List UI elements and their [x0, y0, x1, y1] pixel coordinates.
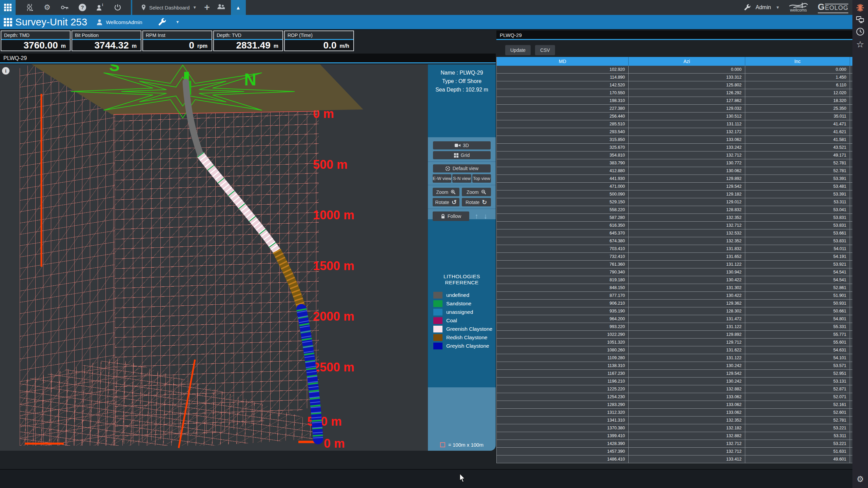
table-row[interactable]: 732.410131.65254.191: [497, 253, 852, 261]
table-row[interactable]: 935.190128.30250.661: [497, 307, 852, 315]
table-row[interactable]: 645.370132.53253.661: [497, 229, 852, 237]
table-row[interactable]: 315.850133.06241.581: [497, 136, 852, 144]
table-row[interactable]: 256.440130.51235.011: [497, 113, 852, 120]
table-row[interactable]: 170.550126.29212.020: [497, 89, 852, 97]
table-row[interactable]: 114.890133.3121.450: [497, 74, 852, 81]
table-row[interactable]: 471.000129.54253.481: [497, 183, 852, 190]
legend-item: Coal: [433, 316, 496, 325]
table-row[interactable]: 1370.380132.18253.221: [497, 424, 852, 432]
zoom-out-button[interactable]: Zoom: [462, 188, 491, 196]
dashboard-select[interactable]: Select Dashboard ▼: [141, 4, 197, 11]
table-row[interactable]: 198.310127.86218.320: [497, 97, 852, 105]
ew-view-button[interactable]: E-W view: [433, 174, 451, 183]
settings-bottom-gear-icon[interactable]: ⚙: [856, 475, 864, 483]
table-row[interactable]: 1428.390132.71253.221: [497, 440, 852, 448]
alert-starburst-icon[interactable]: [856, 3, 865, 12]
csv-button[interactable]: CSV: [535, 45, 555, 55]
move-up-button[interactable]: ↑: [475, 212, 478, 220]
table-row[interactable]: 558.220128.83253.041: [497, 206, 852, 214]
table-row[interactable]: 383.790130.77252.781: [497, 159, 852, 167]
table-row[interactable]: 529.150129.01253.311: [497, 198, 852, 206]
help-icon[interactable]: ?: [78, 3, 87, 12]
info-icon[interactable]: i: [2, 67, 9, 75]
favorites-star-icon[interactable]: ☆: [856, 39, 864, 50]
top-view-button[interactable]: Top view: [472, 174, 491, 183]
dashboard-grid-icon[interactable]: [3, 18, 13, 27]
inc-cell: 6.110: [745, 81, 850, 89]
table-row[interactable]: 848.150131.30252.861: [497, 284, 852, 292]
table-row[interactable]: 142.520125.8026.110: [497, 81, 852, 89]
admin-menu[interactable]: Admin: [755, 4, 771, 11]
table-row[interactable]: 1283.290133.06252.161: [497, 401, 852, 409]
table-row[interactable]: 964.200131.47254.801: [497, 315, 852, 323]
camera-icon: [455, 143, 460, 147]
table-row[interactable]: 587.280132.35253.831: [497, 214, 852, 222]
table-row[interactable]: 102.9200.0000.000: [497, 66, 852, 74]
expand-panel-button[interactable]: ▲: [231, 0, 246, 15]
legend-item: Greenish Claystone: [433, 325, 496, 333]
table-row[interactable]: 293.540132.17241.621: [497, 128, 852, 136]
default-view-button[interactable]: Default view: [433, 164, 491, 172]
table-row[interactable]: 616.350132.71253.831: [497, 222, 852, 229]
column-header-md[interactable]: MD: [497, 57, 629, 66]
table-row[interactable]: 1341.310132.35252.781: [497, 416, 852, 424]
legend-item: Greyish Claystone: [433, 342, 496, 350]
settings-gear-icon[interactable]: ⚙: [43, 3, 52, 12]
table-row[interactable]: 1254.230133.06252.071: [497, 393, 852, 401]
inc-cell: 53.571: [745, 362, 850, 369]
current-user[interactable]: WellcomsAdmin: [96, 19, 142, 26]
table-row[interactable]: 703.410131.83254.011: [497, 245, 852, 253]
table-row[interactable]: 1196.210130.24253.131: [497, 378, 852, 385]
column-header-inc[interactable]: Inc: [745, 57, 850, 66]
move-down-button[interactable]: ↓: [484, 212, 488, 220]
table-row[interactable]: 674.380132.35253.831: [497, 237, 852, 245]
table-row[interactable]: 354.810132.71249.171: [497, 151, 852, 159]
well-3d-viewport[interactable]: 0 m500 m1000 m1500 m2000 m2500 m500 m0 m…: [0, 64, 428, 451]
follow-button[interactable]: Follow: [433, 211, 469, 221]
workstations-icon[interactable]: [856, 16, 865, 24]
rotate-cw-button[interactable]: Rotate↻: [462, 198, 491, 206]
user-info-icon[interactable]: i: [96, 3, 104, 12]
table-row[interactable]: 1109.280131.12254.101: [497, 354, 852, 362]
table-row[interactable]: 819.180130.42254.541: [497, 276, 852, 284]
tools-wrench-icon[interactable]: [158, 18, 166, 26]
table-row[interactable]: 1138.310130.24253.571: [497, 362, 852, 370]
add-dashboard-button[interactable]: +: [204, 3, 210, 12]
table-row[interactable]: 1051.320129.71255.601: [497, 339, 852, 346]
table-row[interactable]: 761.360131.12253.921: [497, 261, 852, 268]
table-row[interactable]: 1167.230129.54252.951: [497, 370, 852, 378]
rotate-ccw-button[interactable]: Rotate↺: [433, 198, 459, 206]
table-row[interactable]: 441.930129.89253.391: [497, 175, 852, 183]
key-icon[interactable]: [60, 3, 69, 12]
logs-icon[interactable]: [25, 3, 34, 12]
table-row[interactable]: 325.670133.24243.521: [497, 144, 852, 151]
table-row[interactable]: 877.170130.42251.901: [497, 292, 852, 300]
table-row[interactable]: 790.340130.94254.541: [497, 268, 852, 276]
table-row[interactable]: 1486.410133.41249.601: [497, 455, 852, 463]
table-row[interactable]: 1457.390132.71251.631: [497, 448, 852, 455]
tools-chevron-icon[interactable]: ▼: [176, 20, 180, 24]
table-row[interactable]: 906.210129.36250.931: [497, 300, 852, 307]
table-row[interactable]: 1080.260131.62254.631: [497, 346, 852, 354]
update-button[interactable]: Update: [505, 45, 531, 55]
column-header-azi[interactable]: Azi: [629, 57, 745, 66]
md-cell: 1109.280: [497, 354, 629, 362]
table-row[interactable]: 500.090129.18253.391: [497, 190, 852, 198]
table-row[interactable]: 1399.410132.88253.311: [497, 432, 852, 440]
table-row[interactable]: 993.220131.12255.331: [497, 323, 852, 331]
power-icon[interactable]: [113, 3, 122, 12]
grid-toggle-button[interactable]: Grid: [433, 151, 491, 159]
table-row[interactable]: 1022.290129.89255.771: [497, 331, 852, 339]
table-row[interactable]: 412.880130.06252.781: [497, 167, 852, 175]
table-row[interactable]: 1225.220132.88252.871: [497, 385, 852, 393]
sn-view-button[interactable]: S-N view: [452, 174, 471, 183]
view-3d-button[interactable]: 3D: [433, 141, 491, 149]
users-icon[interactable]: [217, 3, 225, 12]
zoom-in-button[interactable]: Zoom: [433, 188, 459, 196]
history-clock-icon[interactable]: [856, 27, 865, 36]
inc-cell: 52.071: [745, 393, 850, 401]
table-row[interactable]: 227.380129.03225.350: [497, 105, 852, 113]
table-row[interactable]: 1312.320133.06252.601: [497, 409, 852, 416]
table-row[interactable]: 285.510131.11241.471: [497, 120, 852, 128]
apps-menu-button[interactable]: [0, 0, 16, 15]
